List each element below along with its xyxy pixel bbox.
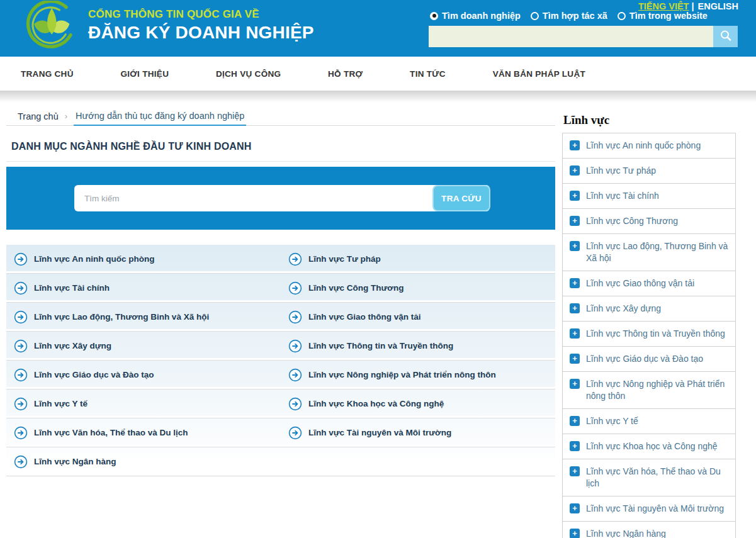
nav-item[interactable]: DỊCH VỤ CÔNG — [216, 69, 281, 79]
nav-divider — [0, 91, 756, 102]
sidebar-category-link[interactable]: + Lĩnh vực Tài chính — [563, 184, 735, 209]
language-english-link[interactable]: ENGLISH — [698, 1, 738, 11]
arrow-circle-icon — [14, 426, 28, 440]
category-link[interactable]: Lĩnh vực Công Thương — [281, 274, 555, 303]
header-search-bar — [429, 26, 738, 47]
category-link[interactable]: Lĩnh vực Xây dựng — [6, 332, 281, 361]
sidebar-category-link[interactable]: + Lĩnh vực Ngân hàng — [563, 522, 735, 538]
plus-icon: + — [570, 441, 580, 451]
sidebar-category-list: + Lĩnh vực An ninh quốc phòng + Lĩnh vực… — [562, 133, 736, 538]
category-label: Lĩnh vực Giáo dục và Đào tạo — [34, 370, 154, 379]
category-link[interactable]: Lĩnh vực Nông nghiệp và Phát triển nông … — [281, 361, 555, 389]
category-search-input[interactable] — [74, 185, 490, 211]
sidebar-category-link[interactable]: + Lĩnh vực Giáo dục và Đào tạo — [563, 347, 735, 372]
category-label: Lĩnh vực Ngân hàng — [34, 457, 116, 466]
sidebar-category-link[interactable]: + Lĩnh vực Công Thương — [563, 209, 735, 234]
category-link[interactable]: Lĩnh vực Khoa học và Công nghệ — [281, 389, 555, 418]
page-title: DANH MỤC NGÀNH NGHỀ ĐẦU TƯ KINH DOANH — [11, 141, 555, 152]
sidebar-category-label: Lĩnh vực Khoa học và Công nghệ — [586, 440, 718, 452]
category-label: Lĩnh vực Lao động, Thương Binh và Xã hội — [34, 312, 209, 322]
brand-subtitle: CỔNG THÔNG TIN QUỐC GIA VỀ — [88, 8, 314, 21]
plus-icon: + — [570, 165, 580, 176]
search-scope-label: Tìm hợp tác xã — [543, 11, 607, 21]
category-link[interactable]: Lĩnh vực Giao thông vận tải — [281, 303, 555, 332]
language-vietnamese-link[interactable]: TIẾNG VIỆT — [638, 1, 689, 11]
magnifier-icon — [719, 29, 733, 45]
nav-item[interactable]: VĂN BẢN PHÁP LUẬT — [493, 69, 585, 79]
category-link[interactable]: Lĩnh vực Tài nguyên và Môi trường — [281, 418, 555, 447]
sidebar-category-label: Lĩnh vực Giao thông vận tải — [586, 277, 694, 289]
sidebar-category-link[interactable]: + Lĩnh vực Khoa học và Công nghệ — [563, 434, 735, 459]
arrow-circle-icon — [14, 310, 28, 324]
search-scope-label: Tìm trong website — [629, 11, 708, 21]
radio-button-icon[interactable] — [430, 12, 438, 20]
arrow-circle-icon — [14, 368, 28, 382]
category-link[interactable]: Lĩnh vực Giáo dục và Đào tạo — [6, 361, 281, 389]
lookup-button[interactable]: TRA CỨU — [432, 185, 490, 211]
plus-icon: + — [570, 354, 580, 364]
site-header: CỔNG THÔNG TIN QUỐC GIA VỀ ĐĂNG KÝ DOANH… — [0, 0, 756, 57]
sidebar-category-link[interactable]: + Lĩnh vực An ninh quốc phòng — [563, 133, 735, 159]
arrow-circle-icon — [288, 281, 302, 295]
category-link[interactable]: Lĩnh vực Y tế — [6, 389, 281, 418]
nav-item[interactable]: GIỚI THIỆU — [120, 69, 169, 79]
sidebar-category-label: Lĩnh vực An ninh quốc phòng — [586, 140, 701, 152]
breadcrumb-home-link[interactable]: Trang chủ — [18, 111, 59, 121]
sidebar-category-link[interactable]: + Lĩnh vực Thông tin và Truyền thông — [563, 322, 735, 347]
sidebar-category-label: Lĩnh vực Nông nghiệp và Phát triển nông … — [586, 378, 729, 402]
arrow-circle-icon — [14, 397, 28, 411]
sidebar-category-label: Lĩnh vực Tài nguyên và Môi trường — [586, 503, 724, 515]
radio-button-icon[interactable] — [618, 12, 626, 20]
arrow-circle-icon — [288, 368, 302, 382]
category-label: Lĩnh vực Xây dựng — [34, 341, 111, 350]
breadcrumb-current-tab[interactable]: Hướng dẫn thủ tục đăng ký doanh nghiệp — [74, 107, 246, 126]
nav-item[interactable]: TRANG CHỦ — [21, 69, 74, 79]
plus-icon: + — [570, 303, 580, 313]
sidebar-category-link[interactable]: + Lĩnh vực Văn hóa, Thể thao và Du lịch — [563, 459, 735, 496]
search-scope-option[interactable]: Tìm trong website — [618, 11, 708, 21]
radio-button-icon[interactable] — [531, 12, 539, 20]
category-link[interactable]: Lĩnh vực An ninh quốc phòng — [6, 245, 281, 274]
sidebar-category-link[interactable]: + Lĩnh vực Xây dựng — [563, 296, 735, 322]
category-link[interactable]: Lĩnh vực Văn hóa, Thể thao và Du lịch — [6, 418, 281, 447]
search-scope-option[interactable]: Tìm doanh nghiệp — [430, 11, 521, 21]
nav-item[interactable]: TIN TỨC — [410, 69, 446, 79]
plus-icon: + — [570, 191, 580, 201]
category-label: Lĩnh vực Giao thông vận tải — [308, 312, 421, 322]
main-nav: TRANG CHỦ GIỚI THIỆU DỊCH VỤ CÔNG HỖ TRỢ… — [0, 57, 585, 91]
arrow-circle-icon — [14, 339, 28, 353]
category-label: Lĩnh vực Văn hóa, Thể thao và Du lịch — [34, 428, 188, 437]
sidebar-category-link[interactable]: + Lĩnh vực Tài nguyên và Môi trường — [563, 496, 735, 522]
header-search-input[interactable] — [429, 26, 713, 47]
language-separator: | — [691, 1, 694, 11]
category-link[interactable]: Lĩnh vực Tư pháp — [281, 245, 555, 274]
sidebar-category-link[interactable]: + Lĩnh vực Giao thông vận tải — [563, 271, 735, 296]
arrow-circle-icon — [288, 426, 302, 440]
arrow-circle-icon — [288, 397, 302, 411]
category-link[interactable]: Lĩnh vực Tài chính — [6, 274, 281, 303]
sidebar-category-label: Lĩnh vực Ngân hàng — [586, 528, 666, 538]
sidebar-category-link[interactable]: + Lĩnh vực Tư pháp — [563, 159, 735, 184]
sidebar-category-link[interactable]: + Lĩnh vực Nông nghiệp và Phát triển nôn… — [563, 372, 735, 409]
category-list: Lĩnh vực An ninh quốc phòng Lĩnh vực Tư … — [6, 245, 555, 476]
sidebar-category-label: Lĩnh vực Thông tin và Truyền thông — [586, 328, 725, 340]
category-label: Lĩnh vực Công Thương — [308, 283, 403, 293]
arrow-circle-icon — [288, 339, 302, 353]
category-link[interactable]: Lĩnh vực Thông tin và Truyền thông — [281, 332, 555, 361]
category-search-bar: TRA CỨU — [74, 185, 490, 211]
header-search-button[interactable] — [713, 26, 738, 47]
category-label: Lĩnh vực Khoa học và Công nghệ — [308, 399, 444, 408]
sidebar-category-label: Lĩnh vực Công Thương — [586, 215, 678, 227]
sidebar-category-label: Lĩnh vực Lao động, Thương Binh và Xã hội — [586, 240, 729, 264]
nav-item[interactable]: HỖ TRỢ — [328, 69, 363, 79]
category-link[interactable]: Lĩnh vực Ngân hàng — [6, 447, 281, 476]
arrow-circle-icon — [14, 252, 28, 266]
arrow-circle-icon — [14, 455, 28, 469]
plus-icon: + — [570, 379, 580, 389]
search-scope-label: Tìm doanh nghiệp — [442, 11, 521, 21]
category-label: Lĩnh vực Tài chính — [34, 283, 110, 293]
category-link[interactable]: Lĩnh vực Lao động, Thương Binh và Xã hội — [6, 303, 281, 332]
search-scope-option[interactable]: Tìm hợp tác xã — [531, 11, 607, 21]
sidebar-category-link[interactable]: + Lĩnh vực Y tế — [563, 409, 735, 434]
sidebar-category-link[interactable]: + Lĩnh vực Lao động, Thương Binh và Xã h… — [563, 234, 735, 271]
